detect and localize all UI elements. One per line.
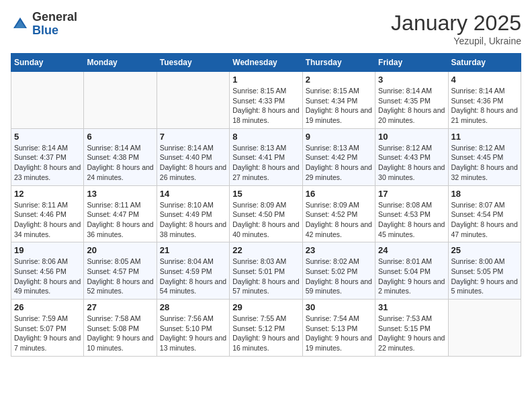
day-header-thursday: Thursday	[302, 54, 375, 72]
calendar-cell: 17Sunrise: 8:08 AMSunset: 4:53 PMDayligh…	[375, 185, 448, 242]
logo-general-text: General	[32, 10, 77, 24]
day-info: Sunrise: 8:13 AMSunset: 4:42 PMDaylight:…	[306, 143, 372, 183]
day-info: Sunrise: 7:54 AMSunset: 5:13 PMDaylight:…	[306, 314, 372, 353]
calendar-cell	[448, 300, 521, 357]
calendar-cell: 29Sunrise: 7:55 AMSunset: 5:12 PMDayligh…	[230, 300, 302, 357]
day-info: Sunrise: 7:56 AMSunset: 5:10 PMDaylight:…	[160, 314, 226, 353]
calendar-cell: 22Sunrise: 8:03 AMSunset: 5:01 PMDayligh…	[230, 242, 302, 300]
day-number: 27	[87, 302, 153, 312]
calendar-cell: 26Sunrise: 7:59 AMSunset: 5:07 PMDayligh…	[11, 300, 84, 357]
day-header-saturday: Saturday	[448, 54, 521, 72]
day-number: 28	[160, 302, 226, 312]
day-number: 2	[306, 75, 372, 85]
calendar-week-row: 26Sunrise: 7:59 AMSunset: 5:07 PMDayligh…	[11, 300, 521, 357]
day-info: Sunrise: 7:53 AMSunset: 5:15 PMDaylight:…	[378, 314, 445, 353]
calendar-cell: 5Sunrise: 8:14 AMSunset: 4:37 PMDaylight…	[11, 128, 84, 185]
day-info: Sunrise: 8:14 AMSunset: 4:35 PMDaylight:…	[378, 86, 445, 126]
day-number: 3	[378, 75, 445, 85]
day-number: 13	[87, 189, 153, 199]
day-header-sunday: Sunday	[11, 54, 84, 72]
day-number: 14	[160, 189, 226, 199]
day-number: 4	[451, 75, 518, 85]
calendar-cell: 13Sunrise: 8:11 AMSunset: 4:47 PMDayligh…	[84, 185, 157, 242]
calendar-week-row: 1Sunrise: 8:15 AMSunset: 4:33 PMDaylight…	[11, 72, 521, 129]
day-number: 16	[306, 189, 372, 199]
calendar-cell: 16Sunrise: 8:09 AMSunset: 4:52 PMDayligh…	[302, 185, 375, 242]
day-header-tuesday: Tuesday	[157, 54, 229, 72]
day-number: 15	[232, 189, 299, 199]
calendar-cell: 21Sunrise: 8:04 AMSunset: 4:59 PMDayligh…	[157, 242, 229, 300]
day-header-wednesday: Wednesday	[230, 54, 302, 72]
calendar-week-row: 19Sunrise: 8:06 AMSunset: 4:56 PMDayligh…	[11, 242, 521, 300]
calendar-cell: 25Sunrise: 8:00 AMSunset: 5:05 PMDayligh…	[448, 242, 521, 300]
day-info: Sunrise: 7:58 AMSunset: 5:08 PMDaylight:…	[87, 314, 153, 353]
month-title: January 2025	[391, 11, 521, 36]
day-header-friday: Friday	[375, 54, 448, 72]
day-info: Sunrise: 8:06 AMSunset: 4:56 PMDaylight:…	[14, 257, 81, 296]
day-number: 22	[232, 245, 299, 255]
day-number: 18	[451, 189, 518, 199]
day-number: 10	[378, 132, 445, 142]
day-info: Sunrise: 8:08 AMSunset: 4:53 PMDaylight:…	[378, 200, 445, 240]
calendar-cell: 30Sunrise: 7:54 AMSunset: 5:13 PMDayligh…	[302, 300, 375, 357]
day-info: Sunrise: 8:15 AMSunset: 4:33 PMDaylight:…	[232, 86, 299, 126]
calendar-cell: 27Sunrise: 7:58 AMSunset: 5:08 PMDayligh…	[84, 300, 157, 357]
day-info: Sunrise: 8:00 AMSunset: 5:05 PMDaylight:…	[451, 257, 518, 296]
calendar-cell: 7Sunrise: 8:14 AMSunset: 4:40 PMDaylight…	[157, 128, 229, 185]
day-number: 8	[232, 132, 299, 142]
day-number: 7	[160, 132, 226, 142]
day-number: 20	[87, 245, 153, 255]
calendar-cell: 24Sunrise: 8:01 AMSunset: 5:04 PMDayligh…	[375, 242, 448, 300]
calendar-cell: 19Sunrise: 8:06 AMSunset: 4:56 PMDayligh…	[11, 242, 84, 300]
day-info: Sunrise: 8:09 AMSunset: 4:50 PMDaylight:…	[232, 200, 299, 240]
day-info: Sunrise: 8:12 AMSunset: 4:43 PMDaylight:…	[378, 143, 445, 183]
day-info: Sunrise: 8:14 AMSunset: 4:38 PMDaylight:…	[87, 143, 153, 183]
page-header: General Blue January 2025 Yezupil, Ukrai…	[11, 11, 521, 46]
calendar-cell: 6Sunrise: 8:14 AMSunset: 4:38 PMDaylight…	[84, 128, 157, 185]
day-info: Sunrise: 8:03 AMSunset: 5:01 PMDaylight:…	[232, 257, 299, 296]
day-info: Sunrise: 8:14 AMSunset: 4:36 PMDaylight:…	[451, 86, 518, 126]
calendar-cell: 23Sunrise: 8:02 AMSunset: 5:02 PMDayligh…	[302, 242, 375, 300]
day-number: 17	[378, 189, 445, 199]
day-number: 6	[87, 132, 153, 142]
day-info: Sunrise: 8:07 AMSunset: 4:54 PMDaylight:…	[451, 200, 518, 240]
day-info: Sunrise: 8:01 AMSunset: 5:04 PMDaylight:…	[378, 257, 445, 296]
day-number: 29	[232, 302, 299, 312]
day-info: Sunrise: 7:55 AMSunset: 5:12 PMDaylight:…	[232, 314, 299, 353]
day-info: Sunrise: 7:59 AMSunset: 5:07 PMDaylight:…	[14, 314, 81, 353]
day-number: 9	[306, 132, 372, 142]
calendar-cell: 2Sunrise: 8:15 AMSunset: 4:34 PMDaylight…	[302, 72, 375, 129]
calendar-cell: 11Sunrise: 8:12 AMSunset: 4:45 PMDayligh…	[448, 128, 521, 185]
calendar-cell: 20Sunrise: 8:05 AMSunset: 4:57 PMDayligh…	[84, 242, 157, 300]
day-number: 12	[14, 189, 81, 199]
calendar-cell: 31Sunrise: 7:53 AMSunset: 5:15 PMDayligh…	[375, 300, 448, 357]
title-block: January 2025 Yezupil, Ukraine	[391, 11, 521, 46]
day-info: Sunrise: 8:11 AMSunset: 4:46 PMDaylight:…	[14, 200, 81, 240]
day-number: 23	[306, 245, 372, 255]
logo: General Blue	[11, 11, 77, 38]
calendar-cell	[11, 72, 84, 129]
calendar-header-row: SundayMondayTuesdayWednesdayThursdayFrid…	[11, 54, 521, 72]
day-info: Sunrise: 8:09 AMSunset: 4:52 PMDaylight:…	[306, 200, 372, 240]
calendar-cell: 18Sunrise: 8:07 AMSunset: 4:54 PMDayligh…	[448, 185, 521, 242]
day-number: 30	[306, 302, 372, 312]
calendar-cell: 10Sunrise: 8:12 AMSunset: 4:43 PMDayligh…	[375, 128, 448, 185]
day-number: 5	[14, 132, 81, 142]
day-info: Sunrise: 8:05 AMSunset: 4:57 PMDaylight:…	[87, 257, 153, 296]
calendar-cell: 15Sunrise: 8:09 AMSunset: 4:50 PMDayligh…	[230, 185, 302, 242]
day-info: Sunrise: 8:13 AMSunset: 4:41 PMDaylight:…	[232, 143, 299, 183]
calendar-week-row: 5Sunrise: 8:14 AMSunset: 4:37 PMDaylight…	[11, 128, 521, 185]
calendar-cell: 14Sunrise: 8:10 AMSunset: 4:49 PMDayligh…	[157, 185, 229, 242]
day-number: 24	[378, 245, 445, 255]
logo-icon	[11, 15, 30, 34]
day-number: 21	[160, 245, 226, 255]
calendar-cell: 4Sunrise: 8:14 AMSunset: 4:36 PMDaylight…	[448, 72, 521, 129]
day-number: 26	[14, 302, 81, 312]
calendar-cell: 3Sunrise: 8:14 AMSunset: 4:35 PMDaylight…	[375, 72, 448, 129]
location-subtitle: Yezupil, Ukraine	[391, 36, 521, 46]
calendar-cell	[157, 72, 229, 129]
day-info: Sunrise: 8:14 AMSunset: 4:37 PMDaylight:…	[14, 143, 81, 183]
calendar-cell: 8Sunrise: 8:13 AMSunset: 4:41 PMDaylight…	[230, 128, 302, 185]
day-info: Sunrise: 8:02 AMSunset: 5:02 PMDaylight:…	[306, 257, 372, 296]
day-info: Sunrise: 8:15 AMSunset: 4:34 PMDaylight:…	[306, 86, 372, 126]
